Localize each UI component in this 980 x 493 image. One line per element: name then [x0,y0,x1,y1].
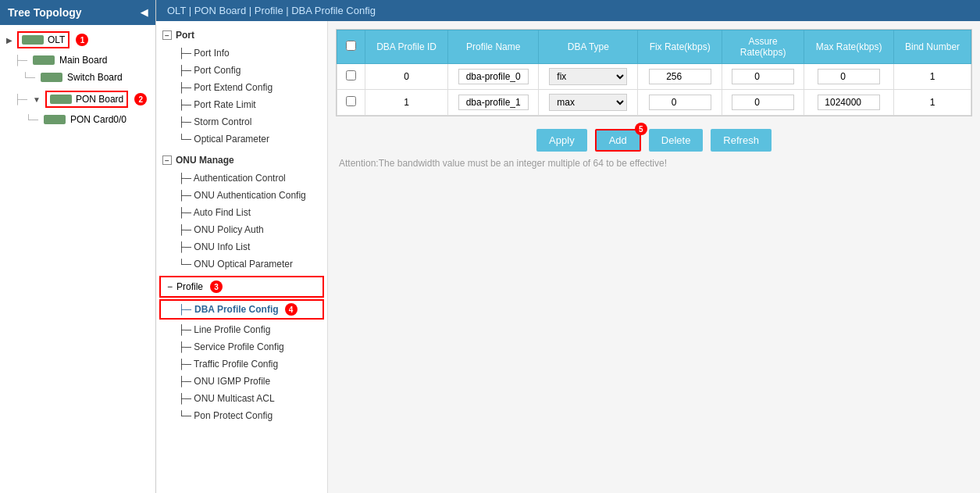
sidebar-header: Tree Topology ◀ [0,0,155,25]
nav-port-config[interactable]: ├─ Port Config [156,62,327,79]
col-header-dba-profile-id: DBA Profile ID [365,30,448,64]
optical-parameter-label: └─ Optical Parameter [178,134,269,145]
row0-checkbox[interactable] [346,70,356,80]
row1-bind-number: 1 [894,90,971,116]
nav-authentication-control[interactable]: ├─ Authentication Control [156,170,327,187]
row1-checkbox[interactable] [346,96,356,106]
nav-onu-igmp-profile[interactable]: ├─ ONU IGMP Profile [156,373,327,390]
nav-onu-info-list[interactable]: ├─ ONU Info List [156,238,327,255]
onu-igmp-profile-label: ├─ ONU IGMP Profile [178,376,270,387]
breadcrumb: OLT | PON Board | Profile | DBA Profile … [156,0,980,21]
port-section-icon: − [162,30,172,40]
onu-info-list-label: ├─ ONU Info List [178,241,250,252]
nav-service-profile-config[interactable]: ├─ Service Profile Config [156,338,327,355]
add-button[interactable]: Add [595,129,641,152]
authentication-control-label: ├─ Authentication Control [178,173,286,184]
nav-pon-protect-config[interactable]: └─ Pon Protect Config [156,407,327,424]
sidebar-collapse-arrow[interactable]: ◀ [141,7,148,18]
col-header-checkbox [337,30,365,64]
row1-max-rate-input[interactable] [818,95,880,110]
row1-checkbox-cell [337,90,365,116]
nav-storm-control[interactable]: ├─ Storm Control [156,113,327,130]
row0-checkbox-cell [337,64,365,90]
nav-port-extend-config[interactable]: ├─ Port Extend Config [156,79,327,96]
row0-assure-rate [722,64,804,90]
storm-control-label: ├─ Storm Control [178,116,251,127]
row0-fix-rate-input[interactable] [649,69,711,84]
breadcrumb-text: OLT | PON Board | Profile | DBA Profile … [167,5,376,16]
row0-fix-rate [638,64,722,90]
row1-profile-name-input[interactable] [458,95,529,110]
delete-button[interactable]: Delete [649,129,704,152]
sidebar-item-pon-card[interactable]: └─ PON Card0/0 [0,111,155,128]
pon-board-icon [50,95,72,104]
nav-traffic-profile-config[interactable]: ├─ Traffic Profile Config [156,355,327,373]
nav-onu-multicast-acl[interactable]: ├─ ONU Multicast ACL [156,390,327,407]
nav-onu-auth-config[interactable]: ├─ ONU Authentication Config [156,187,327,204]
sidebar-item-olt[interactable]: ▶ OLT 1 [0,28,155,52]
profile-badge: 3 [210,280,223,293]
dba-profile-badge: 4 [285,303,298,316]
nav-onu-policy-auth[interactable]: ├─ ONU Policy Auth [156,221,327,238]
nav-port-info[interactable]: ├─ Port Info [156,45,327,62]
nav-line-profile-config[interactable]: ├─ Line Profile Config [156,321,327,338]
pon-board-expand: ▼ [33,95,41,104]
service-profile-config-label: ├─ Service Profile Config [178,341,284,352]
nav-onu-optical-parameter[interactable]: └─ ONU Optical Parameter [156,255,327,273]
add-button-badge: 5 [635,123,647,135]
row1-max-rate [804,90,894,116]
dba-profile-config-prefix: ├─ [178,304,191,315]
olt-expand-icon: ▶ [6,36,12,45]
row0-bind-number: 1 [894,64,971,90]
refresh-button[interactable]: Refresh [711,129,772,152]
row1-dba-type: fix max assure assure-max [539,90,638,116]
select-all-checkbox[interactable] [346,41,356,51]
sidebar-item-switch-board[interactable]: └─ Switch Board [0,69,155,86]
port-rate-limit-label: ├─ Port Rate Limit [178,99,256,110]
dba-table: DBA Profile ID Profile Name DBA Type Fix… [337,30,971,116]
dba-profile-config-label: DBA Profile Config [194,304,279,315]
onu-manage-label: ONU Manage [176,155,234,166]
apply-button[interactable]: Apply [536,129,587,152]
pon-board-badge: 2 [134,93,147,105]
nav-port-rate-limit[interactable]: ├─ Port Rate Limit [156,96,327,113]
olt-badge: 1 [76,34,88,46]
section-onu-manage[interactable]: − ONU Manage [156,151,327,170]
section-port[interactable]: − Port [156,26,327,45]
row0-profile-name-input[interactable] [458,69,529,84]
row1-assure-rate-input[interactable] [732,95,794,110]
onu-multicast-acl-label: ├─ ONU Multicast ACL [178,393,275,404]
pb-line: ├─ [14,94,27,105]
col-header-assure-rate: AssureRate(kbps) [722,30,804,64]
table-row: 0 fix max assure assure-max [337,64,971,90]
port-section-label: Port [176,30,194,41]
dba-table-wrapper: DBA Profile ID Profile Name DBA Type Fix… [336,29,972,116]
main-area: OLT | PON Board | Profile | DBA Profile … [156,0,980,493]
col-header-profile-name: Profile Name [448,30,539,64]
content-area: − Port ├─ Port Info ├─ Port Config ├─ Po… [156,21,980,493]
row1-dba-type-select[interactable]: fix max assure assure-max [549,94,627,111]
middle-nav: − Port ├─ Port Info ├─ Port Config ├─ Po… [156,21,328,493]
section-profile[interactable]: − Profile 3 [159,276,324,298]
sidebar-title: Tree Topology [8,6,82,19]
olt-icon [22,35,44,45]
port-info-label: ├─ Port Info [178,48,230,59]
col-header-fix-rate: Fix Rate(kbps) [638,30,722,64]
sidebar-item-pon-board[interactable]: ├─ ▼ PON Board 2 [0,88,155,111]
row0-max-rate-input[interactable] [818,69,880,84]
sb-line: └─ [22,72,35,83]
row0-dba-type-select[interactable]: fix max assure assure-max [549,68,627,85]
nav-optical-parameter[interactable]: └─ Optical Parameter [156,130,327,148]
port-extend-config-label: ├─ Port Extend Config [178,82,273,93]
row0-assure-rate-input[interactable] [732,69,794,84]
switch-board-label: Switch Board [67,72,123,83]
nav-dba-profile-config[interactable]: ├─ DBA Profile Config 4 [159,299,324,320]
row0-profile-name [448,64,539,90]
col-header-dba-type: DBA Type [539,30,638,64]
nav-auto-find-list[interactable]: ├─ Auto Find List [156,204,327,221]
pon-card-icon [44,115,66,124]
pon-board-label: PON Board [76,94,123,105]
sidebar-item-main-board[interactable]: ├─ Main Board [0,52,155,69]
row1-fix-rate-input[interactable] [649,95,711,110]
row1-profile-name [448,90,539,116]
